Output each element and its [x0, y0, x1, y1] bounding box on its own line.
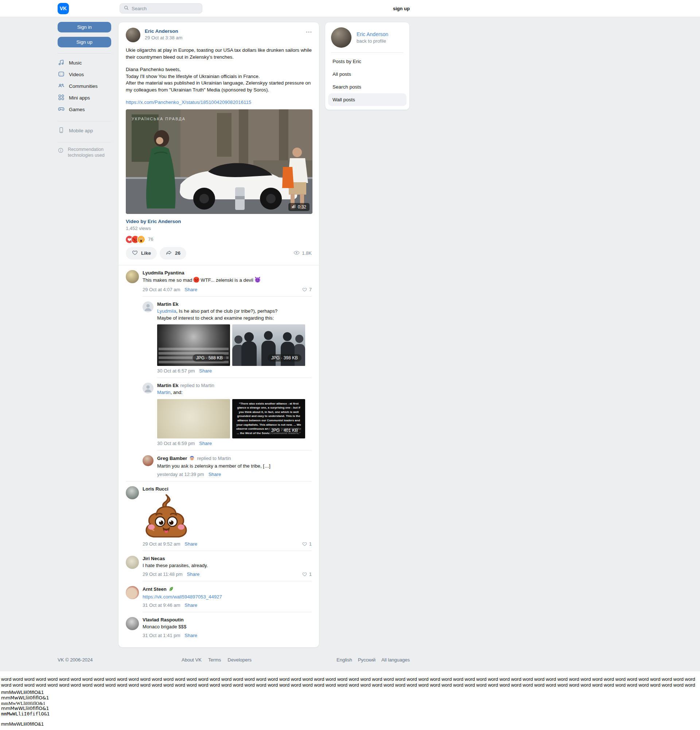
video-watermark: УКРАЇНСЬКА ПРАВДА: [132, 117, 186, 121]
comment: Vlavlad Raspoutin Monaco brigade $$$ 31 …: [126, 612, 312, 642]
video-title-link[interactable]: Video by Eric Anderson: [118, 219, 319, 224]
post-paragraph: Ukie oligarchs at play in Europe, toasti…: [126, 47, 312, 60]
sidebar-item-communities[interactable]: Communities: [58, 80, 111, 92]
avatar[interactable]: [126, 586, 139, 599]
footer-lang-english[interactable]: English: [336, 657, 352, 663]
attachment-badge: JPG · 398 KB: [267, 354, 301, 362]
footer-lang-russian[interactable]: Русский: [358, 657, 376, 663]
comment-share-link[interactable]: Share: [184, 633, 197, 638]
search-input[interactable]: [132, 6, 198, 11]
back-to-profile-label[interactable]: back to profile: [357, 38, 388, 44]
font-test-block: word word word word word word word word …: [0, 671, 700, 730]
reactions-row[interactable]: 76: [118, 236, 319, 243]
sidebar-divider: [58, 142, 111, 143]
comment-link[interactable]: https://vk.com/wall594897053_44927: [143, 594, 222, 600]
post-author-avatar[interactable]: [126, 28, 140, 42]
footer-lang-all[interactable]: All languages: [381, 657, 410, 663]
comment-author-link[interactable]: Arnt Steen: [143, 586, 312, 593]
profile-name-link[interactable]: Eric Anderson: [357, 31, 388, 37]
comment-author-link[interactable]: Vlavlad Raspoutin: [143, 617, 312, 622]
avatar[interactable]: [126, 486, 139, 499]
nav-item-search-posts[interactable]: Search posts: [328, 80, 406, 93]
share-button[interactable]: 26: [160, 247, 186, 260]
recommendation-technologies-link[interactable]: Recommendation technologies used: [58, 146, 111, 159]
share-count: 26: [175, 250, 180, 256]
profile-avatar[interactable]: [331, 27, 351, 48]
comment-author-link[interactable]: Jiri Necas: [143, 556, 312, 561]
comment-share-link[interactable]: Share: [184, 541, 197, 547]
games-icon: [58, 105, 65, 114]
sidebar-item-music[interactable]: Music: [58, 57, 111, 69]
comment-author-name: Lyudmila Pyantina: [143, 270, 184, 276]
nav-item-wall-posts[interactable]: Wall posts: [328, 93, 406, 106]
comment-share-link[interactable]: Share: [199, 368, 212, 374]
comment-author-link[interactable]: Martin Ek: [157, 301, 312, 307]
page: VK sign up Sign in Sign up Music Videos: [0, 0, 700, 671]
comment-text: I hate these parasites, already.: [143, 562, 312, 569]
cap-face-emoji: [189, 455, 195, 462]
footer-link-about[interactable]: About VK: [181, 657, 202, 663]
comment-share-link[interactable]: Share: [184, 603, 197, 608]
attachment-image[interactable]: “There also exists another alliance - at…: [232, 399, 305, 438]
avatar[interactable]: [143, 383, 153, 394]
attachment-image[interactable]: JPG · 588 KB: [157, 324, 230, 366]
nav-item-posts-by-eric[interactable]: Posts by Eric: [328, 55, 406, 68]
post-more-button[interactable]: [304, 27, 314, 39]
bars-icon: [292, 204, 296, 210]
comment-author-link[interactable]: Lyudmila Pyantina: [143, 270, 312, 276]
comment-share-link[interactable]: Share: [184, 287, 197, 292]
comment-share-link[interactable]: Share: [187, 571, 200, 577]
attachment-image[interactable]: JPG · 398 KB: [232, 324, 305, 366]
sidebar-item-games[interactable]: Games: [58, 104, 111, 115]
comment: Loris Rucci: [126, 482, 312, 551]
attachment-image[interactable]: [157, 399, 230, 438]
sidebar-item-mini-apps[interactable]: Mini apps: [58, 92, 111, 104]
music-icon: [58, 59, 65, 67]
devil-emoji: [254, 277, 261, 285]
replied-to-label: replied to Martin: [197, 456, 231, 461]
sidebar-item-videos[interactable]: Videos: [58, 69, 111, 80]
comment-author-link[interactable]: Martin Ekreplied to Martin: [157, 383, 312, 388]
video-thumbnail[interactable]: УКРАЇНСЬКА ПРАВДА 0:32: [126, 110, 313, 214]
comment-author-name: Loris Rucci: [143, 486, 168, 492]
signup-button[interactable]: Sign up: [58, 37, 111, 47]
sidebar-item-mobile-app[interactable]: Mobile app: [58, 125, 111, 136]
attachment-badge: JPG · 588 KB: [193, 354, 227, 362]
comment-author-name: Greg Bamber: [157, 456, 187, 461]
comment-author-link[interactable]: Loris Rucci: [143, 486, 312, 492]
comment-like-count: 1: [309, 541, 312, 547]
comment-like-button[interactable]: 1: [302, 571, 312, 577]
poop-sticker[interactable]: [143, 493, 312, 539]
comment-text: Martin, and:: [157, 389, 312, 396]
leaf-emoji: [168, 586, 174, 593]
comment-share-link[interactable]: Share: [209, 472, 221, 477]
avatar[interactable]: [126, 617, 139, 630]
comment-author-name: Arnt Steen: [143, 586, 167, 592]
avatar[interactable]: [126, 556, 139, 569]
avatar[interactable]: [143, 301, 153, 312]
avatar[interactable]: [143, 455, 153, 466]
mention-link[interactable]: Lyudmila: [157, 308, 176, 314]
comment-like-button[interactable]: 1: [302, 541, 312, 547]
search-box[interactable]: [120, 3, 202, 13]
like-label: Like: [141, 250, 151, 256]
like-button[interactable]: Like: [126, 247, 157, 260]
comment-text: This makes me so madWTF... zelenski is a…: [143, 277, 312, 285]
signup-top-link[interactable]: sign up: [393, 6, 410, 11]
video-duration: 0:32: [298, 204, 306, 210]
font-test-line: mmMwWLliI0fiflO&1: [1, 706, 700, 711]
signin-button[interactable]: Sign in: [58, 22, 111, 32]
comment-share-link[interactable]: Share: [199, 441, 212, 446]
post-author-link[interactable]: Eric Anderson: [145, 28, 182, 34]
post-date[interactable]: 29 Oct at 3:38 am: [145, 35, 182, 41]
vk-logo[interactable]: VK: [58, 3, 69, 14]
avatar[interactable]: [126, 270, 139, 283]
footer-link-terms[interactable]: Terms: [208, 657, 221, 663]
nav-item-all-posts[interactable]: All posts: [328, 68, 406, 80]
post-external-link[interactable]: https://x.com/Panchenko_X/status/1851004…: [118, 99, 319, 105]
comment-author-link[interactable]: Greg Bamberreplied to Martin: [157, 455, 312, 462]
shocked-reaction-icon: [137, 236, 145, 243]
comment-like-button[interactable]: 7: [302, 287, 312, 292]
mention-link[interactable]: Martin: [157, 390, 171, 395]
footer-link-developers[interactable]: Developers: [228, 657, 251, 663]
